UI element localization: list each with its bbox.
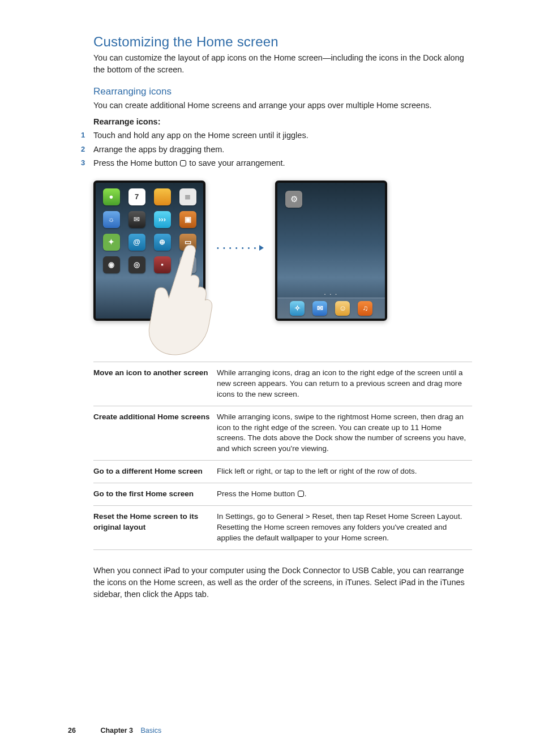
chapter-name: Basics xyxy=(141,727,162,734)
dock-app-icon: ✉ xyxy=(312,301,327,316)
settings-app-icon: ⚙ xyxy=(285,191,302,208)
app-icon: 7 xyxy=(128,188,145,205)
page-dots-icon: • • • xyxy=(277,293,385,296)
app-icon: ● xyxy=(103,188,120,205)
step-item: Touch and hold any app on the Home scree… xyxy=(81,128,472,143)
app-icon: ✦ xyxy=(103,234,120,251)
chapter-label: Chapter 3 xyxy=(100,727,133,734)
table-key: Move an icon to another screen xyxy=(93,362,217,406)
info-table: Move an icon to another screen While arr… xyxy=(93,362,472,550)
table-key: Go to a different Home screen xyxy=(93,461,217,483)
app-icon: ▣ xyxy=(179,211,196,228)
step-item: Press the Home button to save your arran… xyxy=(81,156,472,170)
closing-paragraph: When you connect iPad to your computer u… xyxy=(93,565,472,600)
step-item: Arrange the apps by dragging them. xyxy=(81,143,472,157)
ipad-screen-right: ⚙ • • • ✧✉☺♫ xyxy=(275,181,387,321)
app-icon: ››› xyxy=(154,211,171,228)
dock-app-icon: ♫ xyxy=(358,301,372,316)
table-val: Press the Home button . xyxy=(217,483,472,506)
section-intro: You can customize the layout of app icon… xyxy=(93,52,472,76)
table-key: Create additional Home screens xyxy=(93,406,217,461)
subsection-intro: You can create additional Home screens a… xyxy=(93,100,472,111)
app-icon: ◉ xyxy=(103,256,120,273)
table-val: In Settings, go to General > Reset, then… xyxy=(217,505,472,549)
table-row: Go to the first Home screen Press the Ho… xyxy=(93,483,472,506)
dock: ✧✉☺♫ xyxy=(277,298,385,319)
table-row: Go to a different Home screen Flick left… xyxy=(93,461,472,483)
page-footer: 26 Chapter 3 Basics xyxy=(68,727,472,734)
app-icon xyxy=(154,188,171,205)
subsection-heading: Rearranging icons xyxy=(93,86,472,97)
page-number: 26 xyxy=(68,727,76,734)
table-val: Flick left or right, or tap to the left … xyxy=(217,461,472,483)
steps-list: Touch and hold any app on the Home scree… xyxy=(93,128,472,170)
table-key: Reset the Home screen to its original la… xyxy=(93,505,217,549)
section-heading: Customizing the Home screen xyxy=(93,34,472,50)
steps-title: Rearrange icons: xyxy=(93,117,472,126)
dock-app-icon: ☺ xyxy=(335,301,350,316)
app-icon: ☼ xyxy=(103,211,120,228)
table-row: Reset the Home screen to its original la… xyxy=(93,505,472,549)
app-icon: ≣ xyxy=(179,188,196,205)
hand-icon xyxy=(114,226,235,366)
home-button-icon xyxy=(180,160,186,166)
table-row: Move an icon to another screen While arr… xyxy=(93,362,472,406)
table-val: While arranging icons, swipe to the righ… xyxy=(217,406,472,461)
figure-ipad-screens: ●7≣☼✉›››▣✦@⊕▭◉◎▪ • • • • • • • ⚙ • • • ✧… xyxy=(93,181,472,349)
ipad-screen-left: ●7≣☼✉›››▣✦@⊕▭◉◎▪ xyxy=(93,181,205,321)
home-button-icon xyxy=(298,491,304,497)
table-val: While arranging icons, drag an icon to t… xyxy=(217,362,472,406)
dock-app-icon: ✧ xyxy=(290,301,305,316)
table-key: Go to the first Home screen xyxy=(93,483,217,506)
table-row: Create additional Home screens While arr… xyxy=(93,406,472,461)
